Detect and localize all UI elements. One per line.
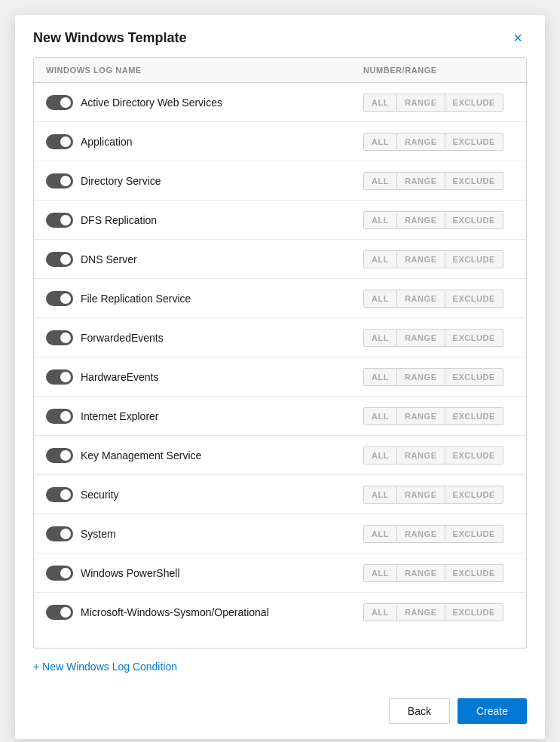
close-button[interactable]: ×	[509, 29, 527, 47]
row-left-dfs-replication: DFS Replication	[46, 213, 363, 228]
toggle-dns-server[interactable]	[46, 252, 73, 267]
toggle-dfs-replication[interactable]	[46, 213, 73, 228]
row-buttons-key-management: ALL RANGE EXCLUDE	[363, 446, 514, 465]
btn-exclude-sysmon[interactable]: EXCLUDE	[445, 603, 503, 621]
row-left-system: System	[46, 526, 363, 541]
toggle-internet-explorer[interactable]	[46, 409, 73, 424]
table-row: Key Management Service ALL RANGE EXCLUDE	[34, 436, 526, 475]
btn-all-hardware-events[interactable]: ALL	[363, 368, 397, 386]
row-label-file-replication: File Replication Service	[81, 293, 191, 305]
table-row: DFS Replication ALL RANGE EXCLUDE	[34, 201, 526, 240]
btn-exclude-forwarded-events[interactable]: EXCLUDE	[445, 329, 503, 347]
back-button[interactable]: Back	[389, 698, 450, 724]
btn-exclude-system[interactable]: EXCLUDE	[445, 525, 503, 543]
create-button[interactable]: Create	[457, 698, 527, 724]
toggle-system[interactable]	[46, 526, 73, 541]
toggle-hardware-events[interactable]	[46, 369, 73, 385]
btn-range-key-management[interactable]: RANGE	[397, 446, 445, 465]
table-row: HardwareEvents ALL RANGE EXCLUDE	[34, 357, 526, 397]
toggle-sysmon[interactable]	[46, 605, 73, 620]
btn-exclude-application[interactable]: EXCLUDE	[445, 133, 503, 151]
btn-all-dns-server[interactable]: ALL	[363, 250, 397, 268]
btn-exclude-dns-server[interactable]: EXCLUDE	[445, 250, 503, 268]
row-left-sysmon: Microsoft-Windows-Sysmon/Operational	[46, 605, 363, 620]
btn-range-application[interactable]: RANGE	[397, 133, 445, 151]
row-left-forwarded-events: ForwardedEvents	[46, 330, 363, 345]
add-condition-label: + New Windows Log Condition	[33, 661, 177, 673]
row-left-application: Application	[46, 134, 363, 149]
btn-range-forwarded-events[interactable]: RANGE	[397, 329, 445, 347]
btn-exclude-hardware-events[interactable]: EXCLUDE	[445, 368, 503, 386]
table-row: File Replication Service ALL RANGE EXCLU…	[34, 279, 526, 318]
btn-range-dfs-replication[interactable]: RANGE	[397, 211, 445, 229]
row-buttons-dns-server: ALL RANGE EXCLUDE	[363, 250, 514, 268]
btn-range-internet-explorer[interactable]: RANGE	[397, 407, 445, 425]
row-label-dfs-replication: DFS Replication	[81, 214, 157, 226]
dialog-body: WINDOWS LOG NAME NUMBER/RANGE Active Dir…	[15, 57, 545, 688]
btn-all-key-management[interactable]: ALL	[363, 446, 397, 465]
add-condition-button[interactable]: + New Windows Log Condition	[33, 658, 527, 676]
btn-exclude-file-replication[interactable]: EXCLUDE	[445, 290, 503, 308]
btn-range-file-replication[interactable]: RANGE	[397, 290, 445, 308]
row-left-active-directory: Active Directory Web Services	[46, 95, 363, 110]
btn-all-security[interactable]: ALL	[363, 486, 397, 504]
row-buttons-file-replication: ALL RANGE EXCLUDE	[363, 290, 514, 308]
row-buttons-security: ALL RANGE EXCLUDE	[363, 486, 514, 504]
row-buttons-dfs-replication: ALL RANGE EXCLUDE	[363, 211, 514, 229]
toggle-key-management[interactable]	[46, 448, 73, 463]
btn-all-dfs-replication[interactable]: ALL	[363, 211, 397, 229]
btn-all-directory-service[interactable]: ALL	[363, 172, 397, 190]
toggle-active-directory[interactable]	[46, 95, 73, 110]
row-label-dns-server: DNS Server	[81, 253, 137, 265]
table-row: Microsoft-Windows-Sysmon/Operational ALL…	[34, 593, 526, 632]
row-label-forwarded-events: ForwardedEvents	[81, 332, 164, 344]
toggle-directory-service[interactable]	[46, 173, 73, 189]
btn-range-windows-powershell[interactable]: RANGE	[397, 564, 445, 582]
row-left-internet-explorer: Internet Explorer	[46, 409, 363, 424]
btn-exclude-dfs-replication[interactable]: EXCLUDE	[445, 211, 503, 229]
btn-exclude-windows-powershell[interactable]: EXCLUDE	[445, 564, 503, 582]
table-row: DNS Server ALL RANGE EXCLUDE	[34, 240, 526, 279]
toggle-forwarded-events[interactable]	[46, 330, 73, 345]
btn-range-system[interactable]: RANGE	[397, 525, 445, 543]
btn-all-system[interactable]: ALL	[363, 525, 397, 543]
toggle-security[interactable]	[46, 487, 73, 502]
row-buttons-forwarded-events: ALL RANGE EXCLUDE	[363, 329, 514, 347]
btn-all-windows-powershell[interactable]: ALL	[363, 564, 397, 582]
btn-range-hardware-events[interactable]: RANGE	[397, 368, 445, 386]
btn-all-forwarded-events[interactable]: ALL	[363, 329, 397, 347]
row-label-application: Application	[81, 136, 133, 148]
col-range-header: NUMBER/RANGE	[363, 66, 514, 75]
btn-exclude-key-management[interactable]: EXCLUDE	[445, 446, 503, 465]
row-buttons-directory-service: ALL RANGE EXCLUDE	[363, 172, 514, 190]
btn-exclude-directory-service[interactable]: EXCLUDE	[445, 172, 503, 190]
btn-all-internet-explorer[interactable]: ALL	[363, 407, 397, 425]
btn-range-sysmon[interactable]: RANGE	[397, 603, 445, 621]
btn-range-active-directory[interactable]: RANGE	[397, 94, 445, 112]
table-row: Directory Service ALL RANGE EXCLUDE	[34, 161, 526, 201]
btn-exclude-active-directory[interactable]: EXCLUDE	[445, 94, 503, 112]
row-buttons-active-directory: ALL RANGE EXCLUDE	[363, 94, 514, 112]
btn-range-dns-server[interactable]: RANGE	[397, 250, 445, 268]
btn-all-application[interactable]: ALL	[363, 133, 397, 151]
btn-all-sysmon[interactable]: ALL	[363, 603, 397, 621]
row-left-key-management: Key Management Service	[46, 448, 363, 463]
toggle-file-replication[interactable]	[46, 291, 73, 306]
table-row: Application ALL RANGE EXCLUDE	[34, 122, 526, 161]
btn-all-active-directory[interactable]: ALL	[363, 94, 397, 112]
row-label-key-management: Key Management Service	[81, 449, 201, 461]
col-name-header: WINDOWS LOG NAME	[46, 66, 363, 75]
table-row: Windows PowerShell ALL RANGE EXCLUDE	[34, 553, 526, 593]
row-label-directory-service: Directory Service	[81, 175, 161, 187]
table-row: Active Directory Web Services ALL RANGE …	[34, 83, 526, 122]
btn-exclude-security[interactable]: EXCLUDE	[445, 486, 503, 504]
row-buttons-hardware-events: ALL RANGE EXCLUDE	[363, 368, 514, 386]
btn-all-file-replication[interactable]: ALL	[363, 290, 397, 308]
btn-exclude-internet-explorer[interactable]: EXCLUDE	[445, 407, 503, 425]
toggle-windows-powershell[interactable]	[46, 566, 73, 581]
row-label-active-directory: Active Directory Web Services	[81, 97, 222, 109]
btn-range-security[interactable]: RANGE	[397, 486, 445, 504]
row-label-system: System	[81, 528, 116, 540]
toggle-application[interactable]	[46, 134, 73, 149]
btn-range-directory-service[interactable]: RANGE	[397, 172, 445, 190]
